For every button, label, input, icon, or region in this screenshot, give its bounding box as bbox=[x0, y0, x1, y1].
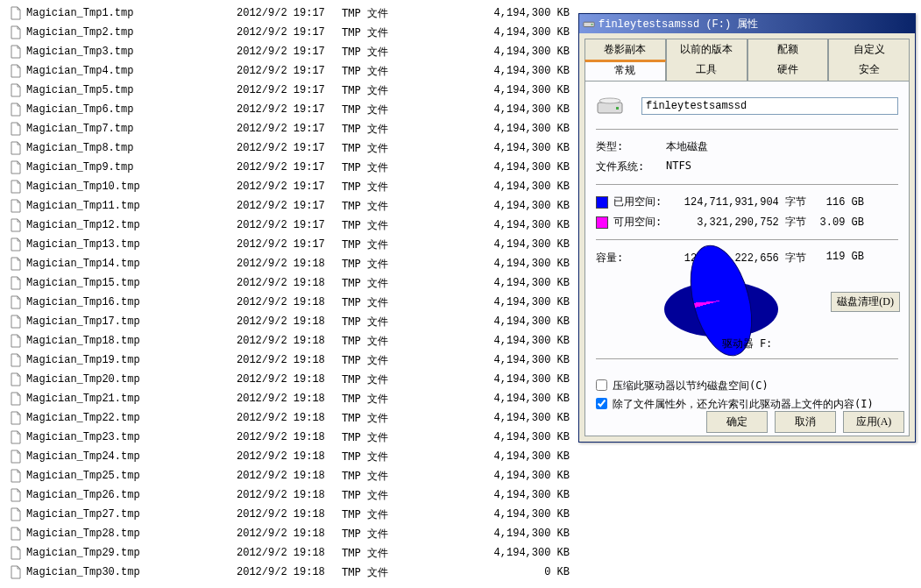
file-row[interactable]: Magician_Tmp19.tmp2012/9/2 19:18TMP 文件4,… bbox=[0, 351, 578, 370]
file-name: Magician_Tmp29.tmp bbox=[26, 547, 237, 559]
file-type: TMP 文件 bbox=[342, 199, 473, 214]
file-row[interactable]: Magician_Tmp15.tmp2012/9/2 19:18TMP 文件4,… bbox=[0, 273, 578, 293]
file-row[interactable]: Magician_Tmp24.tmp2012/9/2 19:18TMP 文件4,… bbox=[0, 447, 578, 466]
file-name: Magician_Tmp4.tmp bbox=[26, 65, 237, 77]
file-date: 2012/9/2 19:17 bbox=[237, 181, 342, 193]
file-row[interactable]: Magician_Tmp26.tmp2012/9/2 19:18TMP 文件4,… bbox=[0, 485, 578, 505]
file-row[interactable]: Magician_Tmp21.tmp2012/9/2 19:18TMP 文件4,… bbox=[0, 389, 578, 408]
file-date: 2012/9/2 19:17 bbox=[237, 238, 342, 251]
file-row[interactable]: Magician_Tmp17.tmp2012/9/2 19:18TMP 文件4,… bbox=[0, 312, 578, 331]
file-row[interactable]: Magician_Tmp18.tmp2012/9/2 19:18TMP 文件4,… bbox=[0, 331, 578, 351]
file-size: 4,194,300 KB bbox=[473, 65, 570, 77]
file-date: 2012/9/2 19:18 bbox=[237, 393, 342, 405]
file-date: 2012/9/2 19:17 bbox=[237, 26, 342, 39]
file-size: 4,194,300 KB bbox=[473, 26, 570, 39]
file-name: Magician_Tmp19.tmp bbox=[26, 354, 237, 366]
file-row[interactable]: Magician_Tmp2.tmp2012/9/2 19:17TMP 文件4,1… bbox=[0, 23, 578, 42]
file-type: TMP 文件 bbox=[342, 237, 473, 252]
file-row[interactable]: Magician_Tmp4.tmp2012/9/2 19:17TMP 文件4,1… bbox=[0, 61, 578, 81]
compress-checkbox-row[interactable]: 压缩此驱动器以节约磁盘空间(C) bbox=[596, 377, 898, 395]
file-icon bbox=[9, 295, 23, 309]
file-icon bbox=[9, 546, 23, 560]
file-size: 4,194,300 KB bbox=[473, 277, 570, 289]
tab-shadow-copies[interactable]: 卷影副本 bbox=[584, 39, 666, 60]
file-row[interactable]: Magician_Tmp29.tmp2012/9/2 19:18TMP 文件4,… bbox=[0, 543, 578, 563]
file-size: 4,194,300 KB bbox=[473, 335, 570, 347]
compress-checkbox[interactable] bbox=[596, 379, 607, 391]
file-name: Magician_Tmp16.tmp bbox=[26, 296, 237, 308]
free-swatch-icon bbox=[596, 216, 608, 229]
capacity-label: 容量: bbox=[596, 251, 675, 266]
file-row[interactable]: Magician_Tmp5.tmp2012/9/2 19:17TMP 文件4,1… bbox=[0, 81, 578, 100]
index-checkbox[interactable] bbox=[596, 398, 607, 409]
file-type: TMP 文件 bbox=[342, 64, 473, 79]
cancel-button[interactable]: 取消 bbox=[775, 411, 836, 433]
file-row[interactable]: Magician_Tmp30.tmp2012/9/2 19:18TMP 文件0 … bbox=[0, 563, 578, 582]
file-name: Magician_Tmp24.tmp bbox=[26, 450, 237, 463]
file-row[interactable]: Magician_Tmp23.tmp2012/9/2 19:18TMP 文件4,… bbox=[0, 428, 578, 447]
file-icon bbox=[9, 199, 23, 213]
file-row[interactable]: Magician_Tmp7.tmp2012/9/2 19:17TMP 文件4,1… bbox=[0, 119, 578, 138]
file-row[interactable]: Magician_Tmp28.tmp2012/9/2 19:18TMP 文件4,… bbox=[0, 524, 578, 543]
svg-rect-1 bbox=[592, 24, 593, 25]
tab-row-2: 常规 工具 硬件 安全 bbox=[584, 60, 910, 81]
filesystem-value: NTFS bbox=[666, 159, 898, 174]
tab-general[interactable]: 常规 bbox=[584, 60, 666, 81]
used-space-row: 已用空间: 124,711,931,904 字节 116 GB bbox=[596, 192, 898, 212]
file-name: Magician_Tmp17.tmp bbox=[26, 315, 237, 328]
file-size: 4,194,300 KB bbox=[473, 181, 570, 193]
file-row[interactable]: Magician_Tmp8.tmp2012/9/2 19:17TMP 文件4,1… bbox=[0, 138, 578, 158]
file-size: 4,194,300 KB bbox=[473, 7, 570, 19]
file-size: 4,194,300 KB bbox=[473, 354, 570, 366]
drive-label-input[interactable] bbox=[641, 97, 898, 115]
ok-button[interactable]: 确定 bbox=[706, 411, 768, 433]
file-row[interactable]: Magician_Tmp20.tmp2012/9/2 19:18TMP 文件4,… bbox=[0, 370, 578, 389]
file-row[interactable]: Magician_Tmp11.tmp2012/9/2 19:17TMP 文件4,… bbox=[0, 196, 578, 216]
file-size: 4,194,300 KB bbox=[473, 373, 570, 386]
file-icon bbox=[9, 276, 23, 290]
file-date: 2012/9/2 19:17 bbox=[237, 219, 342, 231]
file-date: 2012/9/2 19:17 bbox=[237, 200, 342, 212]
file-size: 4,194,300 KB bbox=[473, 103, 570, 116]
file-row[interactable]: Magician_Tmp6.tmp2012/9/2 19:17TMP 文件4,1… bbox=[0, 100, 578, 119]
file-row[interactable]: Magician_Tmp3.tmp2012/9/2 19:17TMP 文件4,1… bbox=[0, 42, 578, 61]
tab-customize[interactable]: 自定义 bbox=[828, 39, 910, 60]
file-icon bbox=[9, 45, 23, 59]
file-row[interactable]: Magician_Tmp27.tmp2012/9/2 19:18TMP 文件4,… bbox=[0, 505, 578, 524]
apply-button[interactable]: 应用(A) bbox=[843, 411, 904, 433]
titlebar[interactable]: finleytestsamssd (F:) 属性 bbox=[579, 14, 915, 33]
file-date: 2012/9/2 19:18 bbox=[237, 277, 342, 289]
file-row[interactable]: Magician_Tmp14.tmp2012/9/2 19:18TMP 文件4,… bbox=[0, 254, 578, 273]
file-row[interactable]: Magician_Tmp1.tmp2012/9/2 19:17TMP 文件4,1… bbox=[0, 4, 578, 23]
tab-quota[interactable]: 配额 bbox=[747, 39, 829, 60]
file-row[interactable]: Magician_Tmp9.tmp2012/9/2 19:17TMP 文件4,1… bbox=[0, 158, 578, 177]
filesystem-label: 文件系统: bbox=[596, 159, 666, 174]
svg-point-4 bbox=[599, 98, 620, 103]
file-date: 2012/9/2 19:17 bbox=[237, 65, 342, 77]
file-name: Magician_Tmp1.tmp bbox=[26, 7, 237, 19]
file-type: TMP 文件 bbox=[342, 315, 473, 329]
file-row[interactable]: Magician_Tmp22.tmp2012/9/2 19:18TMP 文件4,… bbox=[0, 408, 578, 428]
file-name: Magician_Tmp6.tmp bbox=[26, 103, 237, 116]
file-size: 4,194,300 KB bbox=[473, 508, 570, 521]
file-type: TMP 文件 bbox=[342, 295, 473, 310]
file-size: 4,194,300 KB bbox=[473, 470, 570, 482]
file-row[interactable]: Magician_Tmp13.tmp2012/9/2 19:17TMP 文件4,… bbox=[0, 235, 578, 254]
disk-cleanup-button[interactable]: 磁盘清理(D) bbox=[831, 292, 900, 312]
tab-tools[interactable]: 工具 bbox=[666, 60, 747, 81]
file-size: 4,194,300 KB bbox=[473, 200, 570, 212]
file-row[interactable]: Magician_Tmp12.tmp2012/9/2 19:17TMP 文件4,… bbox=[0, 216, 578, 235]
file-type: TMP 文件 bbox=[342, 450, 473, 464]
tab-previous-versions[interactable]: 以前的版本 bbox=[666, 39, 747, 60]
file-row[interactable]: Magician_Tmp10.tmp2012/9/2 19:17TMP 文件4,… bbox=[0, 177, 578, 196]
tab-security[interactable]: 安全 bbox=[828, 60, 910, 81]
file-date: 2012/9/2 19:18 bbox=[237, 528, 342, 540]
drive-icon bbox=[583, 18, 595, 30]
file-type: TMP 文件 bbox=[342, 507, 473, 522]
file-date: 2012/9/2 19:18 bbox=[237, 315, 342, 328]
file-row[interactable]: Magician_Tmp16.tmp2012/9/2 19:18TMP 文件4,… bbox=[0, 293, 578, 312]
file-row[interactable]: Magician_Tmp25.tmp2012/9/2 19:18TMP 文件4,… bbox=[0, 466, 578, 485]
file-type: TMP 文件 bbox=[342, 546, 473, 561]
file-type: TMP 文件 bbox=[342, 218, 473, 233]
tab-hardware[interactable]: 硬件 bbox=[747, 60, 829, 81]
